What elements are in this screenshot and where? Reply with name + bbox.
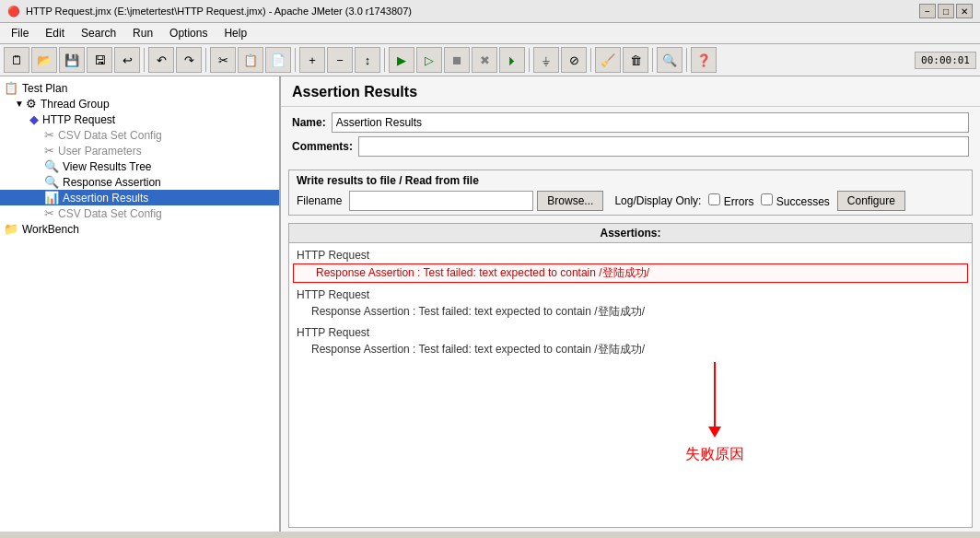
write-results-section: Write results to file / Read from file F… (288, 170, 973, 216)
run-no-pause-button[interactable]: ▷ (416, 47, 442, 73)
menu-bar: FileEditSearchRunOptionsHelp (0, 23, 980, 44)
remote-start-button[interactable]: ⏵ (499, 47, 525, 73)
comments-label: Comments: (292, 140, 353, 153)
errors-label: Errors (724, 195, 754, 208)
assertion-parent-1[interactable]: HTTP Request (289, 247, 972, 263)
tree-node-test-plan[interactable]: 📋 Test Plan (0, 80, 279, 96)
workbench-label: WorkBench (22, 223, 79, 236)
separator-6 (590, 48, 591, 72)
redo-button[interactable]: ↷ (176, 47, 202, 73)
tree-node-response-assertion[interactable]: 🔍 Response Assertion (0, 174, 279, 190)
test-plan-icon: 📋 (4, 81, 18, 95)
minimize-button[interactable]: − (919, 4, 936, 18)
separator-4 (384, 48, 385, 72)
tree-node-assertion-results[interactable]: 📊 Assertion Results (0, 190, 279, 205)
maximize-button[interactable]: □ (938, 4, 954, 18)
open-button[interactable]: 📂 (31, 47, 57, 73)
new-button[interactable]: 🗒 (4, 47, 29, 73)
assertion-results-label: Assertion Results (63, 192, 148, 205)
annotation-area: 失败原因 (289, 362, 972, 473)
separator-7 (652, 48, 653, 72)
remote-stop-now-button[interactable]: ⊘ (561, 47, 587, 73)
csv-data-1-icon: ✂ (44, 128, 54, 142)
tree-node-user-params[interactable]: ✂ User Parameters (0, 143, 279, 158)
right-panel: Assertion Results Name: Comments: Write … (281, 76, 980, 532)
browse-button[interactable]: Browse... (537, 191, 603, 211)
remote-stop-button[interactable]: ⏚ (533, 47, 559, 73)
copy-button[interactable]: 📋 (238, 47, 263, 73)
tree-node-thread-group[interactable]: ▼ ⚙ Thread Group (0, 96, 279, 111)
separator-1 (144, 48, 145, 72)
assertion-group-2: HTTP Request Response Assertion : Test f… (289, 287, 972, 321)
errors-checkbox[interactable] (708, 193, 720, 205)
expand-button[interactable]: + (299, 47, 325, 73)
stop-button[interactable]: ⏹ (444, 47, 470, 73)
main-layout: 📋 Test Plan ▼ ⚙ Thread Group ◆ HTTP Requ… (0, 76, 980, 532)
http-request-label: HTTP Request (42, 113, 115, 126)
save-button[interactable]: 💾 (59, 47, 85, 73)
tree-node-view-results[interactable]: 🔍 View Results Tree (0, 158, 279, 174)
toolbar: 🗒 📂 💾 🖫 ↩ ↶ ↷ ✂ 📋 📄 + − ↕ ▶ ▷ ⏹ ✖ ⏵ ⏚ ⊘ … (0, 44, 980, 76)
close-button[interactable]: ✕ (956, 4, 973, 18)
menu-item-edit[interactable]: Edit (38, 25, 72, 41)
tree-node-csv-data-2[interactable]: ✂ CSV Data Set Config (0, 205, 279, 221)
revert-button[interactable]: ↩ (114, 47, 140, 73)
search-button[interactable]: 🔍 (657, 47, 682, 73)
undo-button[interactable]: ↶ (148, 47, 174, 73)
arrow-line (714, 362, 716, 427)
menu-item-file[interactable]: File (4, 25, 36, 41)
name-input[interactable] (332, 112, 969, 133)
assertion-parent-3[interactable]: HTTP Request (289, 324, 972, 341)
stop-now-button[interactable]: ✖ (472, 47, 497, 73)
tree-node-http-request[interactable]: ◆ HTTP Request (0, 111, 279, 127)
comments-input[interactable] (358, 136, 969, 157)
assertion-child-2[interactable]: Response Assertion : Test failed: text e… (293, 303, 968, 321)
elapsed-time: 00:00:01 (915, 52, 976, 69)
assertions-header: Assertions: (289, 224, 972, 243)
arrow-label: 失败原因 (685, 445, 744, 464)
panel-title: Assertion Results (281, 76, 980, 107)
help-button[interactable]: ❓ (691, 47, 717, 73)
save-as-button[interactable]: 🖫 (87, 47, 112, 73)
csv-data-2-label: CSV Data Set Config (58, 207, 162, 220)
filename-input[interactable] (349, 191, 533, 211)
tree-node-workbench[interactable]: 📁 WorkBench (0, 221, 279, 237)
assertion-child-3[interactable]: Response Assertion : Test failed: text e… (293, 341, 968, 358)
menu-item-run[interactable]: Run (125, 25, 160, 41)
log-display-label: Log/Display Only: (614, 194, 701, 207)
user-params-label: User Parameters (58, 145, 142, 158)
thread-group-label: Thread Group (41, 98, 110, 111)
left-panel: 📋 Test Plan ▼ ⚙ Thread Group ◆ HTTP Requ… (0, 76, 281, 532)
menu-item-options[interactable]: Options (162, 25, 215, 41)
run-button[interactable]: ▶ (389, 47, 414, 73)
toggle-button[interactable]: ↕ (355, 47, 380, 73)
response-assertion-label: Response Assertion (63, 176, 161, 189)
configure-button[interactable]: Configure (837, 191, 905, 211)
clear-button[interactable]: 🧹 (595, 47, 621, 73)
arrow-annotation: 失败原因 (685, 362, 744, 464)
assertion-parent-2[interactable]: HTTP Request (289, 287, 972, 303)
menu-item-help[interactable]: Help (216, 25, 254, 41)
cut-button[interactable]: ✂ (210, 47, 236, 73)
title-bar: 🔴 HTTP Request.jmx (E:\jmetertest\HTTP R… (0, 0, 980, 23)
paste-button[interactable]: 📄 (265, 47, 291, 73)
successes-label-area: Successes (761, 193, 829, 208)
menu-item-search[interactable]: Search (74, 25, 123, 41)
arrow-head (708, 427, 721, 438)
separator-5 (529, 48, 530, 72)
successes-checkbox[interactable] (761, 193, 773, 205)
collapse-button[interactable]: − (327, 47, 353, 73)
clear-all-button[interactable]: 🗑 (623, 47, 648, 73)
assertion-child-1[interactable]: Response Assertion : Test failed: text e… (293, 263, 968, 283)
test-plan-label: Test Plan (22, 82, 67, 95)
assertion-group-3: HTTP Request Response Assertion : Test f… (289, 324, 972, 358)
separator-2 (205, 48, 206, 72)
tree-node-csv-data-1[interactable]: ✂ CSV Data Set Config (0, 127, 279, 143)
view-results-label: View Results Tree (63, 160, 152, 173)
separator-8 (686, 48, 687, 72)
app-icon: 🔴 (7, 6, 20, 18)
filename-label: Filename (297, 194, 342, 207)
separator-3 (295, 48, 296, 72)
assertions-body: HTTP Request Response Assertion : Test f… (289, 243, 972, 527)
user-params-icon: ✂ (44, 144, 54, 158)
